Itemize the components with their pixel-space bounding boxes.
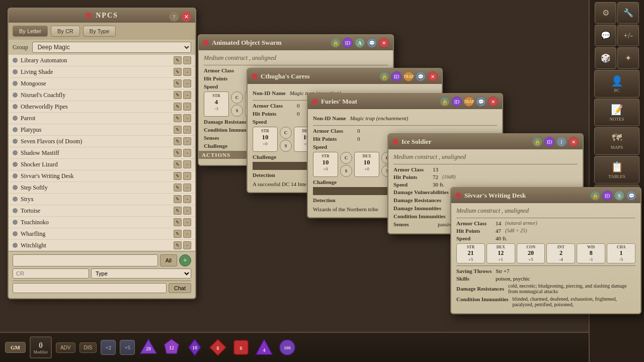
list-item[interactable]: Parrot ✎ − bbox=[9, 113, 195, 124]
s-button[interactable]: S bbox=[614, 191, 624, 201]
list-item[interactable]: Sivvar's Writing Desk ✎ − bbox=[9, 170, 195, 182]
group-select[interactable]: Deep Magic bbox=[32, 42, 191, 53]
list-item[interactable]: Library Automaton ✎ − bbox=[9, 55, 195, 66]
npc-edit-btn[interactable]: ✎ bbox=[174, 56, 182, 64]
list-item[interactable]: Nisruel's Coachfly ✎ − bbox=[9, 89, 195, 101]
d20-die[interactable]: 20 bbox=[139, 338, 158, 357]
npc-edit-btn[interactable]: ✎ bbox=[174, 184, 182, 192]
npc-del-btn[interactable]: − bbox=[183, 68, 191, 76]
d4-die[interactable]: 4 bbox=[255, 338, 274, 357]
list-item[interactable]: Witchlight ✎ − bbox=[9, 240, 195, 251]
list-item[interactable]: Living Shade ✎ − bbox=[9, 66, 195, 78]
d10-die[interactable]: 10 bbox=[185, 338, 204, 357]
cr-filter-input[interactable] bbox=[13, 268, 89, 279]
npc-del-btn[interactable]: − bbox=[183, 91, 191, 99]
d100-die[interactable]: 100 bbox=[278, 338, 297, 357]
list-item[interactable]: Seven Flavors (of Doom) ✎ − bbox=[9, 136, 195, 147]
id-button[interactable]: ID bbox=[544, 137, 554, 147]
npc-edit-btn[interactable]: ✎ bbox=[174, 160, 182, 168]
id-button[interactable]: ID bbox=[391, 71, 401, 81]
i-button[interactable]: I bbox=[556, 137, 567, 147]
npc-del-btn[interactable]: − bbox=[183, 218, 191, 226]
filter-by-type-button[interactable]: By Type bbox=[83, 26, 116, 37]
list-item[interactable]: Step Softly ✎ − bbox=[9, 182, 195, 194]
toolbar-maps-icon[interactable]: 🗺 MAPS bbox=[594, 127, 639, 155]
npc-del-btn[interactable]: − bbox=[183, 79, 191, 87]
str-c-btn[interactable]: C bbox=[231, 92, 243, 104]
npc-del-btn[interactable]: − bbox=[183, 230, 191, 238]
close-icon[interactable]: ✕ bbox=[569, 137, 579, 147]
list-item[interactable]: Wharfling ✎ − bbox=[9, 228, 195, 240]
toolbar-tables-icon[interactable]: 📋 TABLES bbox=[594, 156, 639, 184]
id-button[interactable]: ID bbox=[602, 191, 612, 201]
lock-icon[interactable]: 🔒 bbox=[379, 71, 389, 81]
lock-icon[interactable]: 🔒 bbox=[532, 137, 542, 147]
toolbar-settings-icon[interactable]: ⚙ bbox=[595, 2, 616, 24]
npc-del-btn[interactable]: − bbox=[183, 195, 191, 203]
trap-button[interactable]: TRAP bbox=[464, 97, 474, 107]
type-filter-select[interactable]: Type bbox=[91, 268, 191, 279]
npc-del-btn[interactable]: − bbox=[183, 241, 191, 249]
lock-icon[interactable]: 🔒 bbox=[590, 191, 600, 201]
d12-die[interactable]: 12 bbox=[162, 338, 181, 357]
str-s-btn[interactable]: S bbox=[280, 140, 292, 152]
npc-close-button[interactable]: ✕ bbox=[181, 12, 191, 22]
npc-del-btn[interactable]: − bbox=[183, 149, 191, 157]
filter-by-letter-button[interactable]: By Letter bbox=[13, 26, 48, 37]
npc-edit-btn[interactable]: ✎ bbox=[174, 137, 182, 145]
npc-del-btn[interactable]: − bbox=[183, 172, 191, 180]
list-item[interactable]: Shadow Mastiff ✎ − bbox=[9, 147, 195, 159]
npc-add-button[interactable]: + bbox=[179, 254, 191, 266]
chat-input[interactable] bbox=[13, 283, 167, 293]
npc-del-btn[interactable]: − bbox=[183, 126, 191, 134]
str-s-btn[interactable]: S bbox=[340, 165, 352, 177]
npc-edit-btn[interactable]: ✎ bbox=[174, 103, 182, 111]
trap-button[interactable]: TRAP bbox=[404, 71, 414, 81]
toolbar-magic-icon[interactable]: ✦ bbox=[617, 47, 639, 69]
npc-del-btn[interactable]: − bbox=[183, 184, 191, 192]
npc-help-button[interactable]: ? bbox=[169, 12, 179, 22]
d8-die[interactable]: 8 bbox=[208, 338, 227, 357]
chat-icon[interactable]: 💬 bbox=[416, 71, 426, 81]
search-input[interactable] bbox=[13, 254, 158, 266]
list-item[interactable]: Mongoose ✎ − bbox=[9, 78, 195, 89]
npc-edit-btn[interactable]: ✎ bbox=[174, 126, 182, 134]
chat-icon[interactable]: 💬 bbox=[476, 97, 486, 107]
npc-edit-btn[interactable]: ✎ bbox=[174, 218, 182, 226]
list-item[interactable]: Platypus ✎ − bbox=[9, 124, 195, 136]
str-c-btn[interactable]: C bbox=[340, 152, 352, 164]
chat-icon[interactable]: 💬 bbox=[367, 38, 377, 48]
list-item[interactable]: Tsuchinoko ✎ − bbox=[9, 217, 195, 228]
npc-edit-btn[interactable]: ✎ bbox=[174, 241, 182, 249]
toolbar-roll-icon[interactable]: 🎲 bbox=[595, 47, 616, 69]
str-c-btn[interactable]: C bbox=[280, 127, 292, 139]
toolbar-config-icon[interactable]: 🔧 bbox=[617, 2, 639, 24]
lock-icon[interactable]: 🔒 bbox=[440, 97, 450, 107]
npc-edit-btn[interactable]: ✎ bbox=[174, 207, 182, 215]
npc-edit-btn[interactable]: ✎ bbox=[174, 195, 182, 203]
toolbar-pm-icon[interactable]: +/- bbox=[617, 25, 639, 46]
npc-edit-btn[interactable]: ✎ bbox=[174, 172, 182, 180]
id-button[interactable]: ID bbox=[452, 97, 462, 107]
id-button[interactable]: ID bbox=[343, 38, 353, 48]
all-button[interactable]: All bbox=[160, 254, 177, 266]
chat-icon[interactable]: 💬 bbox=[626, 191, 636, 201]
filter-by-cr-button[interactable]: By CR bbox=[51, 26, 80, 37]
npc-edit-btn[interactable]: ✎ bbox=[174, 230, 182, 238]
list-item[interactable]: Otherworldly Pipes ✎ − bbox=[9, 101, 195, 113]
lock-icon[interactable]: 🔒 bbox=[331, 38, 341, 48]
a-button[interactable]: A bbox=[355, 38, 365, 48]
npc-del-btn[interactable]: − bbox=[183, 207, 191, 215]
close-icon[interactable]: ✕ bbox=[379, 38, 389, 48]
plus2-button[interactable]: +2 bbox=[101, 340, 116, 355]
npc-edit-btn[interactable]: ✎ bbox=[174, 91, 182, 99]
toolbar-notes-icon[interactable]: 📝 NOTES bbox=[594, 99, 639, 126]
npc-edit-btn[interactable]: ✎ bbox=[174, 149, 182, 157]
close-icon[interactable]: ✕ bbox=[488, 97, 498, 107]
npc-del-btn[interactable]: − bbox=[183, 160, 191, 168]
disadvantage-button[interactable]: DIS bbox=[79, 342, 97, 353]
list-item[interactable]: Tortoise ✎ − bbox=[9, 205, 195, 217]
d6-die[interactable]: 6 bbox=[231, 338, 251, 357]
npc-del-btn[interactable]: − bbox=[183, 137, 191, 145]
advantage-button[interactable]: ADV bbox=[56, 342, 75, 353]
